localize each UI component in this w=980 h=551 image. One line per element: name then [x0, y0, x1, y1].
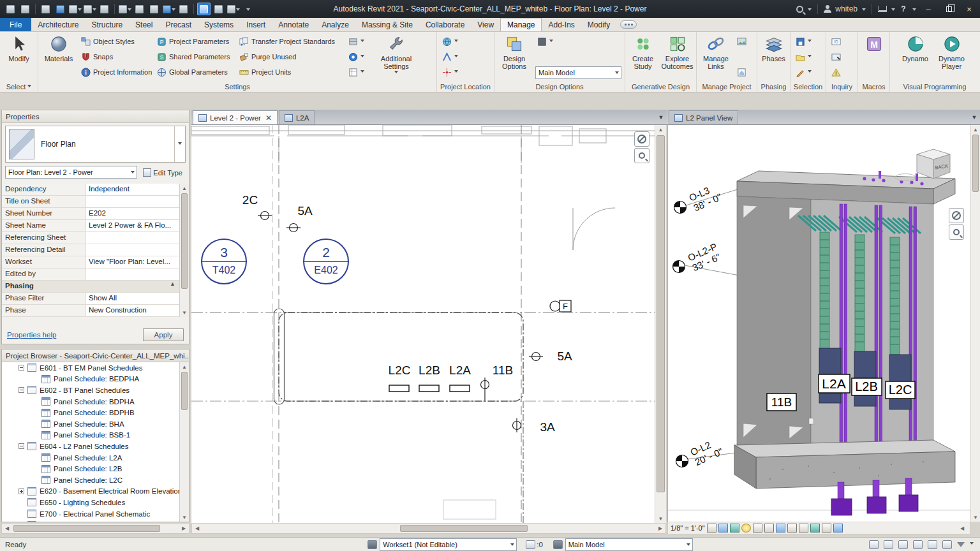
property-row[interactable]: Sheet NameLevel 2 Power & FA Flo... [2, 220, 179, 232]
tab-modify[interactable]: Modify [581, 18, 616, 31]
tab-manage[interactable]: Manage [500, 18, 542, 31]
view-tab-list-dropdown-icon[interactable]: ▼ [969, 110, 980, 124]
browser-item-schedule[interactable]: Panel Schedule: BSB-1 [2, 430, 179, 441]
callout-t402[interactable]: 3 T402 [202, 239, 246, 284]
spot-elevation-l2[interactable]: O-L2 20' - 0" [676, 436, 725, 467]
thin-lines-icon[interactable] [197, 3, 211, 15]
scroll-left-icon[interactable]: ◀ [2, 524, 12, 533]
zoom-button[interactable] [634, 148, 650, 163]
phases-button[interactable]: Phases [759, 33, 788, 80]
scroll-down-icon[interactable]: ▼ [180, 513, 189, 522]
browser-hscrollbar[interactable]: ◀ ▶ [1, 523, 189, 534]
select-by-face-icon[interactable] [942, 540, 952, 549]
editing-requests-icon[interactable] [526, 540, 535, 549]
tab-collaborate[interactable]: Collaborate [419, 18, 471, 31]
mep-settings-dropdown[interactable] [346, 34, 372, 48]
switch-windows-icon[interactable] [226, 3, 240, 15]
scroll-right-icon[interactable]: ▶ [655, 524, 665, 533]
browser-item-sheet[interactable]: E602 - BT Panel Schedules [2, 385, 179, 396]
project-information-button[interactable]: iProject Information [79, 65, 153, 79]
explore-outcomes-button[interactable]: Explore Outcomes [660, 33, 694, 80]
section-collapse-icon[interactable]: ▲ [170, 281, 175, 292]
user-dropdown-icon[interactable] [862, 8, 866, 13]
property-row[interactable]: Title on Sheet [2, 196, 179, 208]
text-icon[interactable] [147, 3, 161, 15]
active-design-option-combobox[interactable]: Main Model [565, 538, 693, 551]
browser-item-schedule[interactable]: Panel Schedule: L2C [2, 474, 179, 486]
shadows-icon[interactable] [741, 524, 751, 533]
crop-view-icon[interactable] [753, 524, 762, 533]
global-parameters-button[interactable]: Global Parameters [155, 65, 235, 79]
purge-unused-button[interactable]: Purge Unused [237, 50, 345, 64]
tab-steel[interactable]: Steel [129, 18, 159, 31]
app-menu-icon[interactable] [4, 3, 17, 15]
tab-annotate[interactable]: Annotate [272, 18, 315, 31]
cart-dropdown-icon[interactable] [891, 8, 895, 13]
callout-e402[interactable]: 2 E402 [304, 239, 348, 284]
macro-manager-button[interactable]: M [861, 33, 887, 80]
edit-type-button[interactable]: Edit Type [140, 166, 186, 179]
shared-parameters-button[interactable]: SShared Parameters [155, 50, 235, 64]
property-row[interactable]: Referencing Sheet [2, 232, 179, 244]
property-row[interactable]: Referencing Detail [2, 244, 179, 256]
steering-wheel-button[interactable] [634, 131, 650, 147]
tag-11b-3d[interactable]: 11B [767, 393, 796, 411]
panel-schedule-templates-dropdown[interactable] [346, 65, 372, 79]
help-icon[interactable]: ? [899, 4, 908, 13]
tree-collapse-icon[interactable] [19, 365, 24, 371]
detail-level-icon[interactable] [707, 524, 716, 533]
aligned-dimension-icon[interactable] [133, 3, 146, 15]
type-selector[interactable]: Floor Plan [5, 126, 186, 163]
sun-path-icon[interactable] [730, 524, 739, 533]
filter-icon[interactable] [957, 542, 965, 551]
save-selection-button[interactable] [794, 34, 823, 48]
ribbon-state-toggle-icon[interactable] [620, 20, 637, 29]
additional-settings-button[interactable]: Additional Settings [374, 33, 419, 80]
design-options-icon[interactable] [553, 540, 563, 549]
measure-icon[interactable] [118, 3, 131, 15]
tree-collapse-icon[interactable] [19, 387, 24, 393]
load-selection-button[interactable] [794, 50, 823, 64]
electrical-settings-dropdown[interactable] [346, 50, 372, 64]
properties-header[interactable]: Properties [2, 110, 189, 123]
browser-item-sheet[interactable]: E700 - Electrical Panel Schematic [2, 508, 179, 520]
view-tab-l2-panel-view[interactable]: L2 Panel View [669, 110, 738, 124]
warnings-button[interactable]: ! [829, 65, 855, 79]
panel-symbols[interactable] [389, 385, 470, 392]
disjoin-icon[interactable] [898, 540, 908, 549]
view-tab-list-dropdown-icon[interactable]: ▼ [655, 110, 667, 124]
iso-vscrollbar[interactable]: ▲ ▼ [970, 125, 980, 522]
worksets-icon[interactable] [368, 540, 377, 549]
redo-icon[interactable] [83, 3, 96, 15]
apply-button[interactable]: Apply [143, 328, 184, 341]
viewcube[interactable]: BACK [895, 149, 950, 181]
project-units-button[interactable]: Project Units [237, 65, 345, 79]
tree-expand-icon[interactable] [19, 489, 24, 494]
manage-links-button[interactable]: Manage Links [699, 33, 733, 80]
worksharing-display-icon[interactable] [822, 524, 831, 533]
decal-types-button[interactable] [735, 34, 752, 48]
tab-massing-site[interactable]: Massing & Site [355, 18, 419, 31]
wall-faces[interactable] [737, 196, 933, 452]
design-options-button[interactable]: Design Options [496, 33, 532, 80]
tab-precast[interactable]: Precast [159, 18, 198, 31]
scroll-up-icon[interactable]: ▲ [655, 125, 666, 134]
browser-item-schedule[interactable]: Panel Schedule: BHA [2, 418, 179, 430]
section-icon[interactable] [177, 3, 190, 15]
scroll-up-icon[interactable]: ▲ [180, 362, 189, 371]
create-study-button[interactable]: Create Study [627, 33, 658, 80]
print-icon[interactable] [98, 3, 111, 15]
design-option-combobox[interactable]: Main Model [535, 66, 621, 79]
view-tab-level2-power[interactable]: Level 2 - Power ✕ [193, 110, 278, 124]
search-dropdown-icon[interactable] [808, 8, 812, 13]
scroll-up-icon[interactable]: ▲ [180, 184, 189, 193]
visual-style-icon[interactable] [718, 524, 728, 533]
customize-qat-icon[interactable] [241, 3, 255, 15]
tab-insert[interactable]: Insert [240, 18, 272, 31]
active-design-option-icon-button[interactable] [535, 34, 555, 48]
scroll-left-icon[interactable]: ◀ [192, 524, 202, 533]
scroll-down-icon[interactable]: ▼ [971, 513, 980, 522]
temporary-hide-isolate-icon[interactable] [776, 524, 785, 533]
tab-view[interactable]: View [471, 18, 500, 31]
tab-architecture[interactable]: Architecture [31, 18, 85, 31]
